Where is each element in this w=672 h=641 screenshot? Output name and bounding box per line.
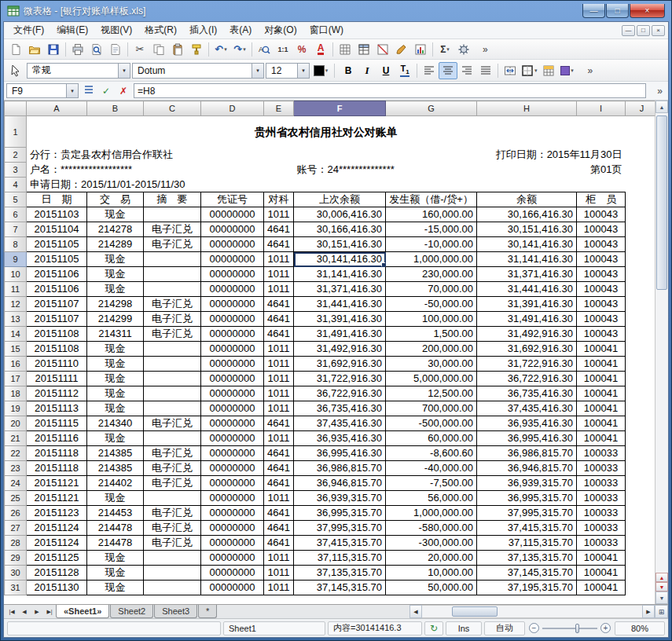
- cell-C17[interactable]: [144, 372, 201, 386]
- cell-G6[interactable]: 160,000.00: [386, 207, 477, 222]
- cell-B28[interactable]: 214478: [87, 536, 144, 551]
- zoom-slider[interactable]: [542, 622, 597, 635]
- formatbar-overflow-icon[interactable]: »: [585, 65, 597, 76]
- close-button[interactable]: ×: [630, 4, 665, 18]
- cell-A16[interactable]: 20151110: [27, 357, 87, 372]
- cell-E13[interactable]: 4641: [264, 312, 294, 327]
- cell-H16[interactable]: 31,722,916.30: [477, 357, 577, 372]
- col-header-H[interactable]: H: [477, 101, 577, 116]
- tab-new-sheet[interactable]: *: [198, 605, 217, 618]
- cell-F18[interactable]: 36,722,916.30: [294, 386, 386, 401]
- cell-I6[interactable]: 100043: [577, 207, 626, 222]
- cell-G15[interactable]: 200,000.00: [386, 342, 477, 357]
- cell-D21[interactable]: 00000000: [201, 431, 264, 446]
- cell-D13[interactable]: 00000000: [201, 312, 264, 327]
- name-box[interactable]: F9 ▾: [6, 83, 79, 98]
- page-number[interactable]: 第01页: [477, 163, 626, 178]
- scroll-right-button[interactable]: ▶: [642, 605, 655, 618]
- row-header-10[interactable]: 10: [5, 267, 27, 282]
- cell-D8[interactable]: 00000000: [201, 237, 264, 252]
- page-setup-button[interactable]: [106, 41, 125, 58]
- object-tool-button[interactable]: [454, 41, 473, 58]
- cell-H21[interactable]: 36,995,416.30: [477, 431, 577, 446]
- row-header-6[interactable]: 6: [5, 207, 27, 222]
- cell-A18[interactable]: 20151112: [27, 386, 87, 401]
- font-color-picker-button[interactable]: ▾: [311, 62, 330, 79]
- format-painter-button[interactable]: [187, 41, 206, 58]
- col-header-E[interactable]: E: [264, 101, 294, 116]
- cell-D22[interactable]: 00000000: [201, 446, 264, 461]
- open-file-button[interactable]: [25, 41, 44, 58]
- cell-A8[interactable]: 20151105: [27, 237, 87, 252]
- cell-A11[interactable]: 20151106: [27, 282, 87, 297]
- cell-H18[interactable]: 36,735,416.30: [477, 386, 577, 401]
- row-header-29[interactable]: 29: [5, 551, 27, 566]
- col-header-B[interactable]: B: [87, 101, 144, 116]
- cell-H8[interactable]: 30,141,416.30: [477, 237, 577, 252]
- cell-G25[interactable]: 56,000.00: [386, 491, 477, 506]
- cell-G12[interactable]: -50,000.00: [386, 297, 477, 312]
- row-header-13[interactable]: 13: [5, 312, 27, 327]
- chevron-down-icon[interactable]: ▾: [534, 68, 538, 74]
- cell-G10[interactable]: 230,000.00: [386, 267, 477, 282]
- row-header-26[interactable]: 26: [5, 506, 27, 521]
- cut-button[interactable]: ✂: [130, 41, 149, 58]
- cell-I11[interactable]: 100043: [577, 282, 626, 297]
- cell-outside[interactable]: [626, 431, 659, 446]
- account-number[interactable]: 账号：24**************: [294, 163, 477, 178]
- horizontal-scroll-track[interactable]: [422, 605, 642, 618]
- cell-C20[interactable]: 电子汇兑: [144, 416, 201, 431]
- cell-A25[interactable]: 20151121: [27, 491, 87, 506]
- cell-E24[interactable]: 4641: [264, 476, 294, 491]
- underline-button[interactable]: U: [376, 62, 395, 79]
- table-header-0[interactable]: 日 期: [27, 192, 87, 207]
- cell-outside[interactable]: [626, 521, 659, 536]
- cell-E19[interactable]: 1011: [264, 401, 294, 416]
- col-header-G[interactable]: G: [386, 101, 477, 116]
- cell-H14[interactable]: 31,492,916.30: [477, 327, 577, 342]
- cell-H17[interactable]: 36,722,916.30: [477, 372, 577, 386]
- table-button[interactable]: [354, 41, 373, 58]
- cell-F12[interactable]: 31,441,416.30: [294, 297, 386, 312]
- table-header-3[interactable]: 凭证号: [201, 192, 264, 207]
- cell-C7[interactable]: 电子汇兑: [144, 222, 201, 237]
- cell-outside[interactable]: [626, 446, 659, 461]
- cell-G21[interactable]: 60,000.00: [386, 431, 477, 446]
- cell-E20[interactable]: 4641: [264, 416, 294, 431]
- cell-G30[interactable]: 10,000.00: [386, 566, 477, 581]
- cell-C31[interactable]: [144, 581, 201, 595]
- row-header-18[interactable]: 18: [5, 386, 27, 401]
- cell-G8[interactable]: -10,000.00: [386, 237, 477, 252]
- col-header-C[interactable]: C: [144, 101, 201, 116]
- cell-H19[interactable]: 37,435,416.30: [477, 401, 577, 416]
- col-header-A[interactable]: A: [27, 101, 87, 116]
- cell-outside[interactable]: [626, 372, 659, 386]
- cell-F10[interactable]: 31,141,416.30: [294, 267, 386, 282]
- cell-B30[interactable]: 现金: [87, 566, 144, 581]
- cell-I14[interactable]: 100043: [577, 327, 626, 342]
- save-button[interactable]: [44, 41, 63, 58]
- cell-H25[interactable]: 36,995,315.70: [477, 491, 577, 506]
- cell-I7[interactable]: 100043: [577, 222, 626, 237]
- row-header-27[interactable]: 27: [5, 521, 27, 536]
- cell-F7[interactable]: 30,166,416.30: [294, 222, 386, 237]
- cell-outside[interactable]: [626, 581, 659, 595]
- menu-view[interactable]: 视图(V): [94, 22, 138, 38]
- cell-C14[interactable]: 电子汇兑: [144, 327, 201, 342]
- cell-outside[interactable]: [626, 237, 659, 252]
- merge-cells-button[interactable]: [501, 62, 520, 79]
- cell-F21[interactable]: 36,935,416.30: [294, 431, 386, 446]
- cell-A24[interactable]: 20151121: [27, 476, 87, 491]
- cell-B26[interactable]: 214453: [87, 506, 144, 521]
- cell-B12[interactable]: 214298: [87, 297, 144, 312]
- cell-A10[interactable]: 20151106: [27, 267, 87, 282]
- toolbar-overflow-icon[interactable]: »: [479, 44, 491, 55]
- cell-C11[interactable]: [144, 282, 201, 297]
- cell-B9[interactable]: 现金: [87, 252, 144, 267]
- cell-I30[interactable]: 100041: [577, 566, 626, 581]
- cell-D17[interactable]: 00000000: [201, 372, 264, 386]
- menu-edit[interactable]: 编辑(E): [50, 22, 94, 38]
- cell-F19[interactable]: 36,735,416.30: [294, 401, 386, 416]
- align-left-button[interactable]: [420, 62, 439, 79]
- chart-button[interactable]: [411, 41, 430, 58]
